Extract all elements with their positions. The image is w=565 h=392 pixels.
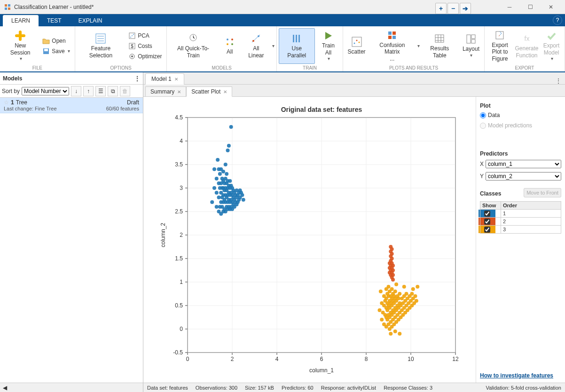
dropdown-icon: ▾ (20, 56, 22, 62)
svg-point-254 (393, 290, 397, 293)
all-quick-button[interactable]: All Quick-To-Train (169, 28, 217, 64)
svg-point-290 (414, 299, 418, 303)
model-tabs-menu[interactable]: ⋮ (556, 78, 561, 84)
svg-point-291 (389, 332, 392, 336)
optimizer-button[interactable]: Optimizer (126, 52, 165, 61)
status-dataset: Data set: features (147, 385, 188, 391)
svg-rect-33 (435, 35, 444, 42)
models-expand-button[interactable]: ▾ (272, 43, 275, 48)
svg-point-144 (226, 149, 229, 152)
parallel-icon (291, 33, 302, 44)
class-1-checkbox[interactable] (484, 211, 490, 217)
plus-icon (15, 30, 26, 41)
sortby-select[interactable]: Model Number (22, 87, 69, 95)
export-plot-icon (494, 30, 505, 41)
scatter-button[interactable]: Scatter (345, 28, 368, 64)
x-predictor-select[interactable]: column_1 (486, 160, 561, 168)
svg-point-297 (416, 285, 419, 289)
star-icon[interactable]: ☆ (4, 99, 9, 106)
dropdown-icon: ▾ (68, 48, 70, 54)
dropdown-icon: ▾ (551, 56, 553, 62)
status-validation: Validation: 5-fold cross-validation (486, 385, 561, 391)
model-tab-1[interactable]: Model 1 ✕ (145, 73, 184, 85)
new-session-button[interactable]: New Session ▾ (2, 28, 39, 64)
close-button[interactable]: ✕ (541, 0, 561, 14)
sort-desc-button[interactable]: ↑ (83, 86, 94, 96)
svg-point-198 (390, 257, 393, 260)
save-button[interactable]: Save ▾ (39, 47, 72, 56)
close-icon[interactable]: ✕ (223, 89, 227, 94)
model-row[interactable]: ☆ 1 Tree Draft Last change: Fine Tree 60… (0, 98, 143, 113)
plots-expand-button[interactable]: ▾ (417, 43, 420, 48)
svg-text:1: 1 (180, 279, 183, 285)
maximize-button[interactable]: ☐ (520, 0, 541, 14)
close-icon[interactable]: ✕ (174, 77, 178, 82)
svg-rect-23 (296, 35, 297, 42)
model-name: Tree (16, 99, 27, 106)
svg-point-138 (225, 172, 228, 176)
minimize-button[interactable]: ─ (499, 0, 520, 14)
use-parallel-button[interactable]: Use Parallel (279, 28, 315, 64)
svg-point-96 (212, 186, 216, 190)
class-2-checkbox[interactable] (484, 219, 490, 225)
status-observations: Observations: 300 (196, 385, 237, 391)
svg-rect-0 (5, 4, 7, 7)
all-icon (224, 36, 235, 47)
tab-learn[interactable]: LEARN (3, 15, 39, 26)
costs-button[interactable]: $ Costs (126, 41, 165, 51)
status-response-classes: Response Classes: 3 (384, 385, 432, 391)
class-row-1[interactable]: 1 (480, 210, 561, 218)
feature-selection-button[interactable]: Feature Selection (77, 28, 125, 64)
sort-asc-button[interactable]: ↓ (71, 86, 81, 96)
y-predictor-select[interactable]: column_2 (486, 172, 561, 180)
dropdown-icon: ▾ (328, 56, 330, 62)
all-models-button[interactable]: All (219, 28, 241, 64)
plot-options-panel: + − ➔ Plot Data Model predictions Predic… (476, 97, 565, 383)
models-panel-menu[interactable]: ⋮ (134, 75, 140, 82)
svg-text:Original data set: features: Original data set: features (281, 106, 362, 113)
open-button[interactable]: Open (39, 36, 72, 46)
svg-text:fx: fx (524, 35, 529, 42)
svg-point-10 (133, 34, 134, 35)
tab-scatter[interactable]: Scatter Plot ✕ (186, 86, 232, 97)
models-panel: Models ⋮ Sort by Model Number ↓ ↑ ☰ ⧉ 🗑 … (0, 72, 143, 392)
layout-button[interactable]: Layout ▾ (460, 28, 482, 64)
svg-point-207 (380, 318, 384, 321)
svg-rect-2 (5, 8, 7, 10)
tab-test[interactable]: TEST (39, 15, 70, 26)
svg-rect-30 (392, 31, 396, 35)
close-icon[interactable]: ✕ (177, 89, 181, 94)
gear-icon (128, 53, 136, 60)
left-nav-button[interactable]: ◀ (3, 384, 7, 391)
radio-data[interactable]: Data (480, 111, 561, 119)
export-plot-button[interactable]: Export Plot to Figure (487, 28, 513, 64)
svg-point-149 (227, 144, 230, 148)
status-predictors: Predictors: 60 (282, 385, 314, 391)
all-linear-button[interactable]: All Linear (242, 28, 270, 64)
results-table-button[interactable]: Results Table (421, 28, 459, 64)
confusion-matrix-button[interactable]: Confusion Matrix ... (369, 28, 416, 64)
svg-point-242 (390, 287, 393, 291)
svg-text:0: 0 (186, 356, 189, 362)
train-all-button[interactable]: Train All ▾ (316, 28, 341, 64)
investigate-link[interactable]: How to investigate features (480, 372, 561, 379)
svg-point-108 (218, 172, 221, 176)
list-view-button[interactable]: ☰ (95, 86, 106, 96)
class-row-2[interactable]: 2 (480, 218, 561, 226)
svg-rect-3 (8, 8, 10, 10)
copy-button[interactable]: ⧉ (108, 86, 118, 96)
sortby-label: Sort by (2, 88, 20, 94)
scatter-icon (351, 36, 362, 47)
svg-point-204 (391, 264, 395, 267)
help-button[interactable]: ? (553, 16, 562, 25)
tab-summary[interactable]: Summary ✕ (145, 86, 186, 96)
pca-button[interactable]: PCA (126, 31, 165, 40)
statusbar: Data set: features Observations: 300 Siz… (143, 383, 565, 392)
class-row-3[interactable]: 3 (480, 226, 561, 234)
svg-rect-31 (388, 36, 392, 39)
svg-text:$: $ (131, 44, 133, 49)
class-3-checkbox[interactable] (484, 227, 490, 233)
tab-explain[interactable]: EXPLAIN (70, 15, 111, 26)
svg-point-289 (413, 294, 417, 298)
x-label: X (480, 161, 484, 167)
